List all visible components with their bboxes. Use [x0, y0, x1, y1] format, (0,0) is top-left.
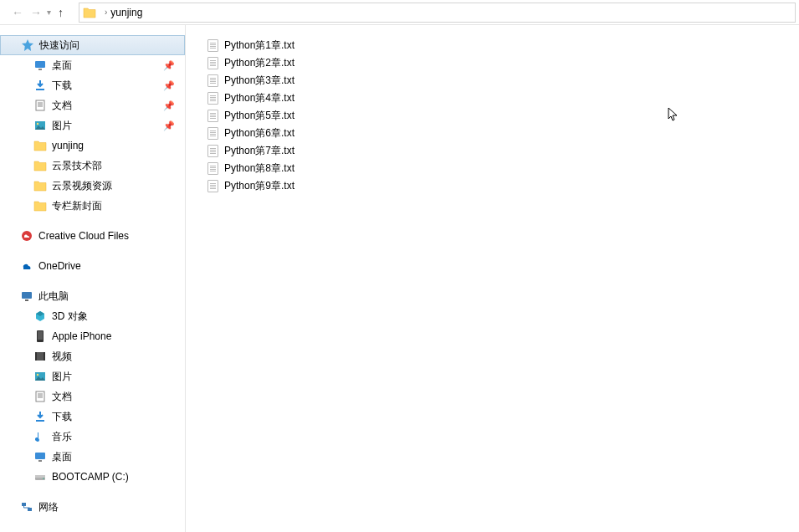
address-bar[interactable]: › yunjing — [79, 3, 796, 23]
file-item[interactable]: Python第8章.txt — [202, 160, 782, 177]
file-item[interactable]: Python第3章.txt — [202, 72, 782, 90]
svg-rect-3 — [36, 100, 44, 110]
sidebar-item-label: Apple iPhone — [52, 330, 111, 342]
music-icon — [33, 430, 47, 443]
picture-icon — [33, 370, 47, 383]
sidebar-pinned-item[interactable]: 下载📌 — [0, 75, 185, 95]
sidebar-item-label: 桌面 — [52, 450, 72, 464]
file-item[interactable]: Python第4章.txt — [202, 90, 782, 107]
txt-file-icon — [206, 110, 219, 123]
network[interactable]: 网络 — [0, 497, 185, 517]
file-item[interactable]: Python第2章.txt — [202, 54, 782, 72]
folder-icon — [33, 159, 47, 172]
txt-file-icon — [206, 162, 219, 176]
download-icon — [33, 410, 47, 423]
creative-cloud-label: Creative Cloud Files — [38, 230, 129, 242]
this-pc[interactable]: 此电脑 — [0, 286, 185, 306]
download-icon — [33, 79, 47, 92]
quick-access[interactable]: 快速访问 — [0, 35, 185, 55]
picture-icon — [33, 119, 47, 132]
file-list: Python第1章.txtPython第2章.txtPython第3章.txtP… — [186, 25, 799, 532]
onedrive-icon — [20, 259, 33, 273]
sidebar-thispc-item[interactable]: 桌面 — [0, 447, 185, 467]
sidebar-item-label: 图片 — [52, 370, 72, 384]
desktop-icon — [33, 450, 47, 463]
file-name: Python第6章.txt — [224, 126, 295, 141]
folder-icon — [33, 179, 47, 192]
file-name: Python第5章.txt — [224, 109, 295, 123]
svg-rect-24 — [22, 503, 26, 506]
document-icon — [33, 390, 47, 403]
sidebar-pinned-item[interactable]: 文档📌 — [0, 95, 185, 115]
phone-icon — [33, 330, 47, 343]
sidebar-item-label: 桌面 — [52, 59, 72, 73]
sidebar-recent-folder[interactable]: yunjing — [0, 136, 185, 156]
sidebar-thispc-item[interactable]: 图片 — [0, 366, 185, 386]
sidebar-pinned-item[interactable]: 桌面📌 — [0, 55, 185, 75]
svg-point-18 — [36, 438, 39, 442]
breadcrumb-current[interactable]: yunjing — [110, 7, 142, 18]
txt-file-icon — [206, 180, 219, 193]
sidebar-thispc-item[interactable]: 3D 对象 — [0, 306, 185, 326]
sidebar-thispc-item[interactable]: 音乐 — [0, 427, 185, 447]
sidebar-thispc-item[interactable]: 视频 — [0, 346, 185, 366]
txt-file-icon — [206, 145, 219, 158]
folder-icon — [33, 199, 47, 212]
sidebar-item-label: 下载 — [52, 410, 72, 424]
pin-icon: 📌 — [163, 120, 175, 131]
drive-icon — [33, 470, 47, 483]
sidebar-item-label: 图片 — [52, 119, 72, 133]
file-name: Python第1章.txt — [224, 38, 295, 53]
svg-point-5 — [37, 123, 38, 125]
desktop-icon — [33, 59, 47, 72]
file-item[interactable]: Python第1章.txt — [202, 37, 782, 54]
sidebar-item-label: 云景视频资源 — [52, 179, 112, 193]
sidebar-thispc-item[interactable]: 文档 — [0, 386, 185, 407]
pin-icon: 📌 — [163, 60, 175, 71]
up-button[interactable]: ↑ — [58, 6, 64, 19]
file-item[interactable]: Python第7章.txt — [202, 142, 782, 160]
folder-icon — [33, 139, 47, 152]
svg-rect-25 — [28, 508, 32, 511]
file-item[interactable]: Python第6章.txt — [202, 125, 782, 142]
creative-cloud-icon — [20, 229, 33, 243]
sidebar-thispc-item[interactable]: 下载 — [0, 407, 185, 427]
sidebar-recent-folder[interactable]: 云景视频资源 — [0, 176, 185, 196]
sidebar-thispc-item[interactable]: Apple iPhone — [0, 326, 185, 346]
sidebar-pinned-item[interactable]: 图片📌 — [0, 115, 185, 136]
this-pc-label: 此电脑 — [38, 289, 69, 304]
txt-file-icon — [206, 92, 219, 105]
content-area: 快速访问 桌面📌下载📌文档📌图片📌 yunjing云景技术部云景视频资源专栏新封… — [0, 25, 799, 532]
svg-rect-7 — [22, 292, 32, 299]
history-dropdown[interactable]: ▾ — [47, 8, 51, 17]
document-icon — [33, 99, 47, 112]
sidebar-thispc-item[interactable]: BOOTCAMP (C:) — [0, 467, 185, 487]
sidebar-recent-folder[interactable]: 云景技术部 — [0, 156, 185, 176]
sidebar-item-label: 云景技术部 — [52, 159, 102, 173]
file-name: Python第2章.txt — [224, 56, 295, 70]
sidebar-item-label: 文档 — [52, 390, 72, 404]
svg-rect-1 — [38, 69, 42, 70]
svg-rect-8 — [25, 299, 28, 301]
onedrive[interactable]: OneDrive — [0, 256, 185, 276]
sidebar-recent-folder[interactable]: 专栏新封面 — [0, 196, 185, 216]
breadcrumb-separator: › — [105, 8, 107, 17]
sidebar-item-label: 3D 对象 — [52, 309, 88, 324]
onedrive-label: OneDrive — [38, 260, 81, 272]
svg-rect-10 — [38, 331, 43, 340]
network-label: 网络 — [38, 500, 59, 514]
forward-button[interactable]: → — [30, 6, 42, 19]
svg-rect-0 — [35, 61, 45, 68]
nav-buttons: ← → ▾ ↑ — [3, 6, 72, 19]
sidebar-item-label: 视频 — [52, 350, 72, 364]
file-name: Python第7章.txt — [224, 144, 295, 158]
back-button[interactable]: ← — [12, 6, 23, 19]
folder-icon — [83, 6, 96, 19]
quick-access-label: 快速访问 — [39, 38, 79, 53]
creative-cloud[interactable]: Creative Cloud Files — [0, 226, 185, 246]
file-item[interactable]: Python第9章.txt — [202, 177, 782, 195]
file-item[interactable]: Python第5章.txt — [202, 107, 782, 125]
sidebar-item-label: 下载 — [52, 79, 72, 93]
pin-icon: 📌 — [163, 100, 175, 111]
sidebar-item-label: yunjing — [52, 140, 84, 151]
